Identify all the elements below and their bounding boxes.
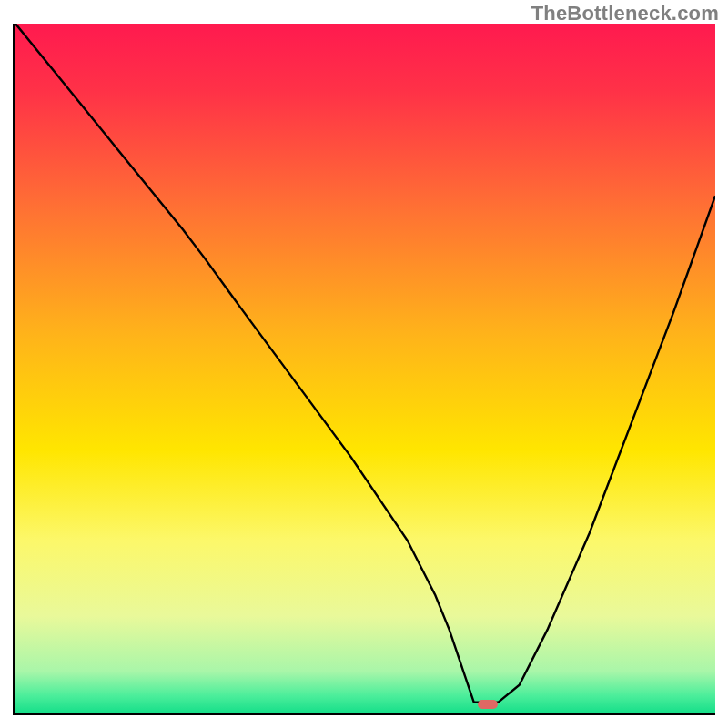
curve-layer (15, 24, 715, 713)
optimum-marker (478, 700, 498, 709)
bottleneck-curve (15, 24, 715, 703)
plot-area (13, 24, 715, 715)
watermark: TheBottleneck.com (531, 2, 719, 25)
chart-container: TheBottleneck.com (0, 0, 728, 728)
